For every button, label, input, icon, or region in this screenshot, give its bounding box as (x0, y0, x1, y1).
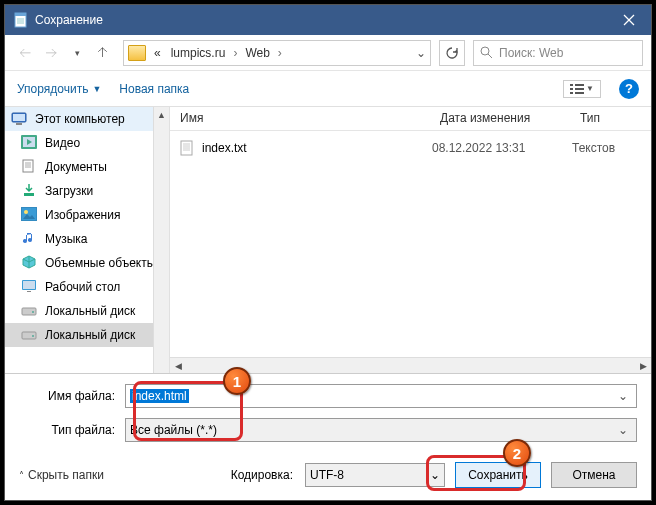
filename-input[interactable]: index.html ⌄ (125, 384, 637, 408)
svg-rect-32 (22, 332, 36, 339)
sidebar-this-pc[interactable]: Этот компьютер (5, 107, 169, 131)
svg-rect-1 (15, 13, 26, 16)
drive-icon (21, 303, 39, 319)
svg-rect-12 (575, 88, 584, 90)
svg-rect-14 (575, 92, 584, 94)
col-date[interactable]: Дата изменения (430, 107, 570, 130)
col-name[interactable]: Имя (170, 107, 430, 130)
file-date: 08.12.2022 13:31 (432, 141, 572, 155)
address-bar[interactable]: « lumpics.ru › Web › ⌄ (123, 40, 431, 66)
close-button[interactable] (606, 5, 651, 35)
chevron-down-icon[interactable]: ⌄ (614, 389, 632, 403)
svg-point-31 (32, 311, 34, 313)
filetype-value: Все файлы (*.*) (130, 423, 217, 437)
search-input[interactable]: Поиск: Web (473, 40, 643, 66)
scroll-right-icon[interactable]: ▶ (635, 361, 651, 371)
breadcrumb-prefix: « (152, 46, 163, 60)
svg-line-8 (488, 54, 492, 58)
view-icon (570, 83, 584, 95)
address-dropdown[interactable]: ⌄ (416, 46, 426, 60)
chevron-right-icon[interactable]: › (233, 46, 237, 60)
breadcrumb-2[interactable]: Web (243, 46, 271, 60)
sidebar-item[interactable]: Загрузки (5, 179, 169, 203)
footer: ˄ Скрыть папки Кодировка: UTF-8 ⌄ Сохран… (5, 456, 651, 500)
sidebar-item[interactable]: Локальный диск (5, 299, 169, 323)
help-button[interactable]: ? (619, 79, 639, 99)
filename-value: index.html (130, 389, 189, 403)
save-panel: Имя файла: index.html ⌄ Тип файла: Все ф… (5, 374, 651, 456)
annotation-badge-2: 2 (503, 439, 531, 467)
svg-rect-29 (27, 291, 31, 292)
file-type: Текстов (572, 141, 615, 155)
scroll-left-icon[interactable]: ◀ (170, 361, 186, 371)
sidebar-item[interactable]: Видео (5, 131, 169, 155)
view-options[interactable]: ▼ (563, 80, 601, 98)
chevron-up-icon: ˄ (19, 470, 24, 481)
search-placeholder: Поиск: Web (499, 46, 563, 60)
sidebar-scrollbar[interactable]: ▲ (153, 107, 169, 373)
chevron-down-icon: ▼ (586, 84, 594, 93)
window-title: Сохранение (35, 13, 606, 27)
notepad-icon (13, 12, 29, 28)
file-row[interactable]: index.txt 08.12.2022 13:31 Текстов (180, 137, 641, 159)
video-icon (21, 135, 39, 151)
search-icon (480, 46, 493, 59)
file-list[interactable]: index.txt 08.12.2022 13:31 Текстов (170, 131, 651, 357)
breadcrumb-1[interactable]: lumpics.ru (169, 46, 228, 60)
pc-icon (11, 111, 29, 127)
hide-folders-toggle[interactable]: ˄ Скрыть папки (19, 468, 104, 482)
svg-rect-10 (575, 84, 584, 86)
scroll-up-icon[interactable]: ▲ (154, 107, 169, 123)
toolbar: Упорядочить ▼ Новая папка ▼ ? (5, 71, 651, 107)
sidebar: Этот компьютер Видео Документы Загрузки … (5, 107, 170, 373)
filetype-label: Тип файла: (19, 423, 119, 437)
col-type[interactable]: Тип (570, 107, 651, 130)
annotation-badge-1: 1 (223, 367, 251, 395)
sidebar-item[interactable]: Документы (5, 155, 169, 179)
svg-rect-17 (16, 123, 22, 125)
drive-icon (21, 327, 39, 343)
svg-rect-13 (570, 92, 573, 94)
music-icon (21, 231, 39, 247)
filetype-select[interactable]: Все файлы (*.*) ⌄ (125, 418, 637, 442)
filename-label: Имя файла: (19, 389, 119, 403)
svg-rect-24 (24, 193, 34, 196)
documents-icon (21, 159, 39, 175)
svg-rect-11 (570, 88, 573, 90)
downloads-icon (21, 183, 39, 199)
chevron-right-icon[interactable]: › (278, 46, 282, 60)
sidebar-item[interactable]: Музыка (5, 227, 169, 251)
recent-dropdown[interactable]: ▾ (65, 41, 89, 65)
chevron-down-icon: ▼ (92, 84, 101, 94)
svg-rect-30 (22, 308, 36, 315)
column-headers: Имя Дата изменения Тип (170, 107, 651, 131)
up-button[interactable]: 🡡 (91, 41, 115, 65)
cancel-button[interactable]: Отмена (551, 462, 637, 488)
sidebar-item[interactable]: Изображения (5, 203, 169, 227)
textfile-icon (180, 140, 196, 156)
sidebar-item[interactable]: Рабочий стол (5, 275, 169, 299)
svg-point-33 (32, 335, 34, 337)
organize-menu[interactable]: Упорядочить ▼ (17, 82, 101, 96)
encoding-select[interactable]: UTF-8 ⌄ (305, 463, 445, 487)
svg-rect-16 (13, 114, 25, 121)
folder-icon (128, 45, 146, 61)
refresh-button[interactable] (439, 40, 465, 66)
chevron-down-icon[interactable]: ⌄ (614, 423, 632, 437)
images-icon (21, 207, 39, 223)
forward-button[interactable]: 🡢 (39, 41, 63, 65)
svg-point-26 (24, 210, 28, 214)
new-folder-button[interactable]: Новая папка (119, 82, 189, 96)
chevron-down-icon[interactable]: ⌄ (430, 468, 440, 482)
back-button[interactable]: 🡠 (13, 41, 37, 65)
encoding-label: Кодировка: (231, 468, 295, 482)
svg-point-7 (481, 47, 489, 55)
save-button[interactable]: Сохранить (455, 462, 541, 488)
sidebar-item[interactable]: Локальный диск (5, 323, 169, 347)
file-pane: Имя Дата изменения Тип index.txt 08.12.2… (170, 107, 651, 373)
titlebar: Сохранение (5, 5, 651, 35)
svg-rect-9 (570, 84, 573, 86)
file-name: index.txt (202, 141, 432, 155)
3d-icon (21, 255, 39, 271)
sidebar-item[interactable]: Объемные объекты (5, 251, 169, 275)
